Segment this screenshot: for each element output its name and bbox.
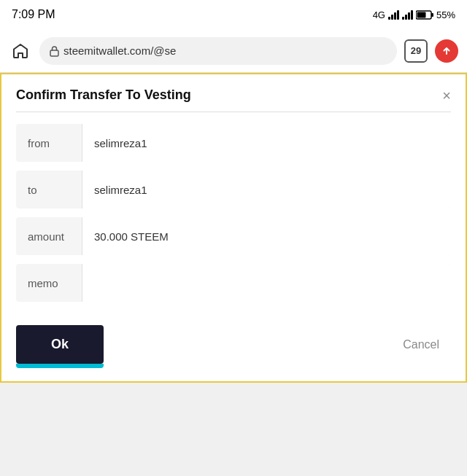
from-value: selimreza1 bbox=[82, 124, 451, 162]
signal-icon-1 bbox=[388, 9, 399, 20]
status-icons: 4G 55% bbox=[373, 9, 455, 20]
status-time: 7:09 PM bbox=[12, 8, 55, 21]
browser-bar: steemitwallet.com/@se 29 bbox=[0, 29, 467, 73]
ok-button[interactable]: Ok bbox=[16, 325, 104, 364]
address-text: steemitwallet.com/@se bbox=[63, 44, 387, 57]
dialog-header: Confirm Transfer To Vesting × bbox=[1, 74, 466, 112]
status-bar: 7:09 PM 4G 55% bbox=[0, 0, 467, 29]
signal-icon-2 bbox=[402, 9, 413, 20]
home-icon[interactable] bbox=[9, 39, 32, 63]
amount-field-row: amount 30.000 STEEM bbox=[16, 217, 451, 255]
upload-button[interactable] bbox=[435, 39, 458, 63]
cancel-button[interactable]: Cancel bbox=[391, 331, 451, 359]
from-label: from bbox=[16, 137, 82, 149]
to-label: to bbox=[16, 184, 82, 196]
battery-percent: 55% bbox=[436, 9, 455, 20]
memo-value[interactable] bbox=[82, 264, 451, 302]
memo-label: memo bbox=[16, 277, 82, 289]
button-row: Ok Cancel bbox=[1, 313, 466, 381]
amount-value: 30.000 STEEM bbox=[82, 217, 451, 255]
network-label: 4G bbox=[373, 9, 385, 20]
svg-rect-1 bbox=[431, 13, 433, 17]
from-field-row: from selimreza1 bbox=[16, 124, 451, 162]
svg-rect-2 bbox=[417, 12, 425, 17]
close-button[interactable]: × bbox=[442, 88, 451, 103]
battery-icon bbox=[416, 10, 433, 20]
amount-label: amount bbox=[16, 230, 82, 243]
svg-rect-3 bbox=[50, 50, 58, 56]
tab-count[interactable]: 29 bbox=[404, 39, 428, 63]
dialog: Confirm Transfer To Vesting × from selim… bbox=[1, 74, 466, 381]
to-field-row: to selimreza1 bbox=[16, 171, 451, 208]
dialog-title: Confirm Transfer To Vesting bbox=[16, 87, 191, 103]
form-section: from selimreza1 to selimreza1 amount 30.… bbox=[1, 112, 466, 313]
memo-field-row: memo bbox=[16, 264, 451, 302]
address-bar[interactable]: steemitwallet.com/@se bbox=[39, 37, 397, 65]
to-value: selimreza1 bbox=[82, 171, 451, 208]
lock-icon bbox=[50, 45, 59, 57]
page-content: Confirm Transfer To Vesting × from selim… bbox=[0, 73, 467, 383]
